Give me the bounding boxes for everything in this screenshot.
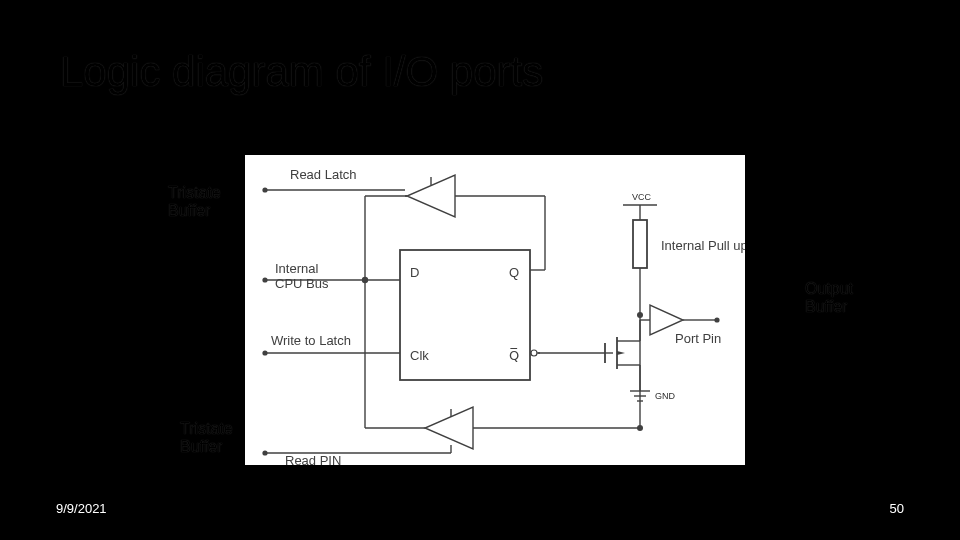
rail-label: GND — [655, 391, 676, 401]
signal-label: Internal — [275, 261, 318, 276]
svg-point-15 — [262, 277, 267, 282]
svg-point-41 — [637, 312, 643, 318]
pin-label: D — [410, 265, 419, 280]
logic-diagram: Read Latch Internal CPU Bus Write to Lat… — [245, 155, 745, 465]
signal-label: Write to Latch — [271, 333, 351, 348]
component-label: Port Pin — [675, 331, 721, 346]
svg-point-23 — [531, 350, 537, 356]
svg-marker-51 — [617, 351, 625, 355]
pin-label: Q̅ — [509, 348, 519, 363]
footer-page-number: 50 — [890, 501, 904, 516]
callout-output-buffer: Output Buffer — [805, 280, 853, 317]
callout-label: Tristate — [180, 420, 233, 437]
callout-tristate-top: Tristate Buffer — [168, 184, 221, 221]
footer-date: 9/9/2021 — [56, 501, 107, 516]
slide-title: Logic diagram of I/O ports — [60, 48, 543, 96]
svg-point-40 — [714, 317, 719, 322]
svg-point-43 — [637, 425, 643, 431]
signal-label: Read PIN — [285, 453, 341, 465]
signal-label: Read Latch — [290, 167, 357, 182]
pin-label: Clk — [410, 348, 429, 363]
callout-label: Buffer — [805, 298, 847, 315]
svg-point-7 — [262, 187, 267, 192]
callout-label: Buffer — [168, 202, 210, 219]
callout-label: Output — [805, 280, 853, 297]
callout-label: Buffer — [180, 438, 222, 455]
logic-diagram-svg: Read Latch Internal CPU Bus Write to Lat… — [245, 155, 745, 465]
slide: Logic diagram of I/O ports Tristate Buff… — [0, 0, 960, 540]
svg-marker-25 — [425, 407, 473, 449]
pin-label: Q — [509, 265, 519, 280]
svg-point-31 — [262, 450, 267, 455]
svg-rect-35 — [633, 220, 647, 268]
rail-label: VCC — [632, 192, 652, 202]
callout-label: Tristate — [168, 184, 221, 201]
svg-marker-4 — [762, 293, 772, 301]
callout-tristate-bottom: Tristate Buffer — [180, 420, 233, 457]
signal-label: CPU Bus — [275, 276, 329, 291]
component-label: Internal Pull up — [661, 238, 745, 253]
svg-point-20 — [262, 350, 267, 355]
